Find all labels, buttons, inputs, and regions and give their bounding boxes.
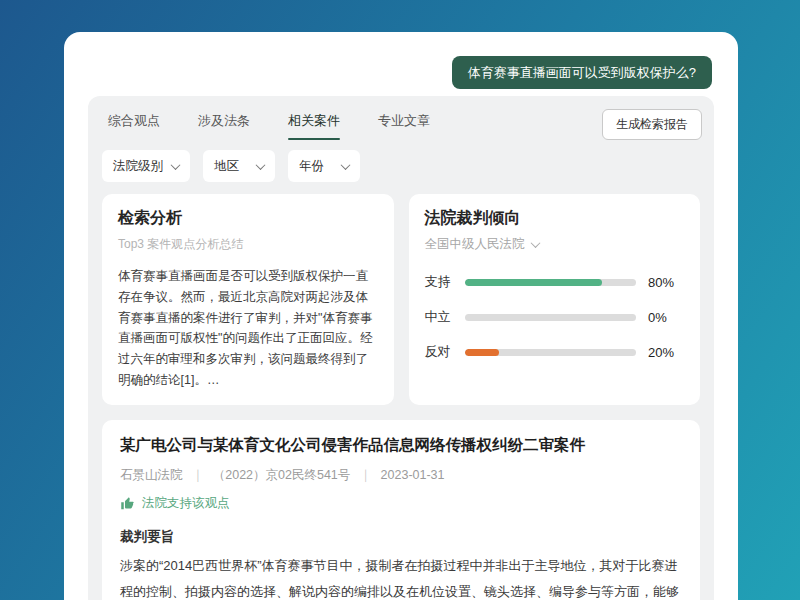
bar-fill-support xyxy=(465,279,602,286)
court-tendency-card: 法院裁判倾向 全国中级人民法院 支持 80% 中立 0% xyxy=(409,194,701,405)
bar-label: 中立 xyxy=(425,308,453,326)
bar-label: 支持 xyxy=(425,273,453,291)
tendency-bar-chart: 支持 80% 中立 0% 反对 20% xyxy=(425,273,685,361)
court-scope-selector[interactable]: 全国中级人民法院 xyxy=(425,236,539,253)
chevron-down-icon xyxy=(341,160,351,170)
gist-body: 涉案的“2014巴西世界杯”体育赛事节目中，摄制者在拍摄过程中并非出于主导地位，… xyxy=(120,553,682,600)
case-date: 2023-01-31 xyxy=(381,468,445,482)
bar-track xyxy=(465,279,637,286)
filter-bar: 法院级别 地区 年份 xyxy=(88,140,714,182)
bar-fill-oppose xyxy=(465,349,499,356)
case-card: 某广电公司与某体育文化公司侵害作品信息网络传播权纠纷二审案件 石景山法院 ｜ （… xyxy=(102,420,700,600)
bar-track xyxy=(465,349,637,356)
filter-region[interactable]: 地区 xyxy=(203,150,275,182)
search-analysis-title: 检索分析 xyxy=(118,208,378,229)
bar-value: 0% xyxy=(648,310,684,325)
content-area: 综合观点 涉及法条 相关案件 专业文章 生成检索报告 法院级别 地区 年份 检索… xyxy=(88,96,714,600)
bar-value: 20% xyxy=(648,345,684,360)
question-bubble-text: 体育赛事直播画面可以受到版权保护么? xyxy=(468,64,696,82)
filter-court-level[interactable]: 法院级别 xyxy=(102,150,190,182)
case-meta: 石景山法院 ｜ （2022）京02民终541号 ｜ 2023-01-31 xyxy=(120,467,682,484)
chevron-down-icon xyxy=(530,238,540,248)
chevron-down-icon xyxy=(171,160,181,170)
court-stance-badge: 法院支持该观点 xyxy=(120,495,682,512)
generate-report-button[interactable]: 生成检索报告 xyxy=(602,109,702,140)
case-number: （2022）京02民终541号 xyxy=(213,467,351,484)
bar-value: 80% xyxy=(648,275,684,290)
case-court: 石景山法院 xyxy=(120,467,183,484)
chevron-down-icon xyxy=(256,160,266,170)
tab-professional-articles[interactable]: 专业文章 xyxy=(378,112,430,140)
case-title[interactable]: 某广电公司与某体育文化公司侵害作品信息网络传播权纠纷二审案件 xyxy=(120,435,682,456)
summary-cards-row: 检索分析 Top3 案件观点分析总结 体育赛事直播画面是否可以受到版权保护一直存… xyxy=(88,182,714,405)
tab-related-cases[interactable]: 相关案件 xyxy=(288,112,340,140)
tab-bar: 综合观点 涉及法条 相关案件 专业文章 生成检索报告 xyxy=(88,96,714,140)
court-stance-label: 法院支持该观点 xyxy=(142,495,230,512)
main-panel: 体育赛事直播画面可以受到版权保护么? 综合观点 涉及法条 相关案件 专业文章 生… xyxy=(64,32,738,600)
thumbs-up-icon xyxy=(120,496,135,511)
bar-label: 反对 xyxy=(425,343,453,361)
search-analysis-body: 体育赛事直播画面是否可以受到版权保护一直存在争议。然而，最近北京高院对两起涉及体… xyxy=(118,266,378,391)
bar-row-neutral: 中立 0% xyxy=(425,308,685,326)
gist-heading: 裁判要旨 xyxy=(120,528,682,546)
question-bubble: 体育赛事直播画面可以受到版权保护么? xyxy=(452,56,712,89)
bar-row-oppose: 反对 20% xyxy=(425,343,685,361)
court-scope-label: 全国中级人民法院 xyxy=(425,236,525,253)
bar-row-support: 支持 80% xyxy=(425,273,685,291)
meta-separator: ｜ xyxy=(192,467,204,484)
search-analysis-subtitle: Top3 案件观点分析总结 xyxy=(118,236,378,253)
search-analysis-card: 检索分析 Top3 案件观点分析总结 体育赛事直播画面是否可以受到版权保护一直存… xyxy=(102,194,394,405)
tab-comprehensive-views[interactable]: 综合观点 xyxy=(108,112,160,140)
bar-track xyxy=(465,314,637,321)
filter-year[interactable]: 年份 xyxy=(288,150,360,182)
filter-region-label: 地区 xyxy=(214,158,239,175)
court-tendency-title: 法院裁判倾向 xyxy=(425,208,685,229)
tab-related-statutes[interactable]: 涉及法条 xyxy=(198,112,250,140)
filter-court-level-label: 法院级别 xyxy=(113,158,163,175)
filter-year-label: 年份 xyxy=(299,158,324,175)
meta-separator: ｜ xyxy=(359,467,371,484)
